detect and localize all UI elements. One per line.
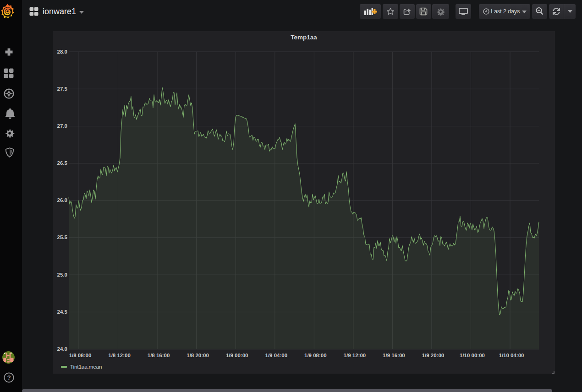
svg-text:?: ?: [7, 374, 11, 381]
